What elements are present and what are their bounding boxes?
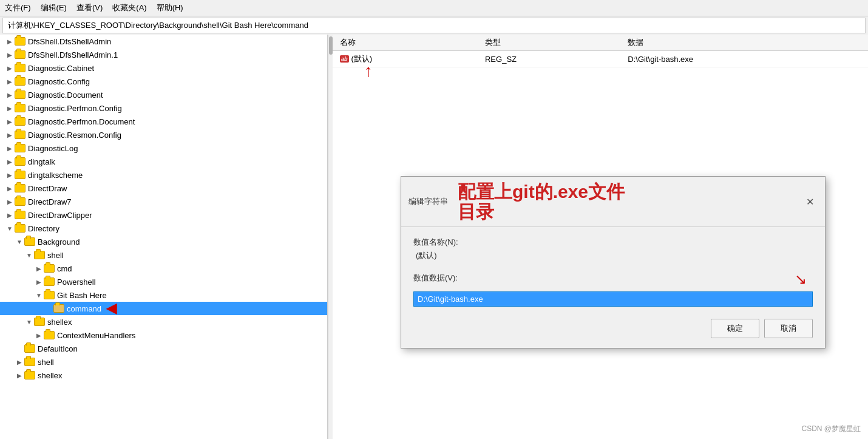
dialog-annotation-text: 配置上git的.exe文件目录 [458,182,625,222]
dialog-close-button[interactable]: ✕ [802,195,818,209]
field-data-label-row: 数值数据(V): ↘ [413,271,813,288]
field-data-arrow: ↘ [795,271,807,288]
dialog-buttons: 确定 取消 [413,319,813,338]
dialog-ok-button[interactable]: 确定 [711,319,759,338]
field-data-label: 数值数据(V): [413,273,458,284]
field-data-input[interactable] [413,291,813,307]
field-name-value: (默认) [413,250,813,261]
dialog-title-annotation-area: 配置上git的.exe文件目录 [458,182,802,222]
dialog-overlay: 编辑字符串 配置上git的.exe文件目录 ✕ 数值名称(N): (默认) 数值… [0,0,868,439]
dialog-body: 数值名称(N): (默认) 数值数据(V): ↘ 确定 取消 [401,227,825,348]
dialog-title: 编辑字符串 [409,196,448,207]
edit-string-dialog: 编辑字符串 配置上git的.exe文件目录 ✕ 数值名称(N): (默认) 数值… [401,176,826,349]
dialog-cancel-button[interactable]: 取消 [764,319,813,338]
dialog-titlebar: 编辑字符串 配置上git的.exe文件目录 ✕ [401,177,825,227]
field-name-label: 数值名称(N): [413,237,813,248]
